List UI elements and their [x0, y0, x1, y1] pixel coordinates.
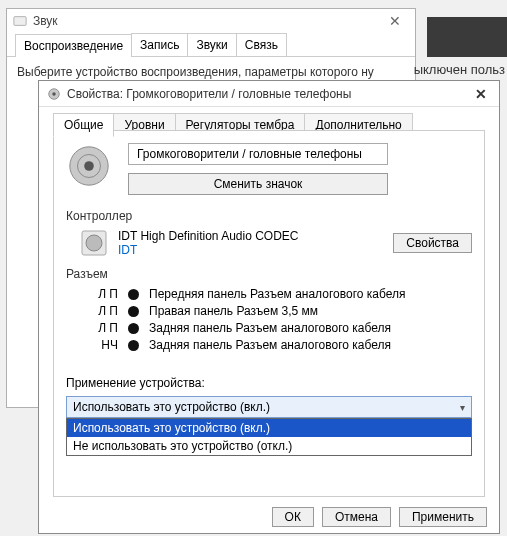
jack-channel: Л П	[90, 287, 118, 301]
sound-title: Звук	[33, 14, 381, 28]
controller-name: IDT High Definition Audio CODEC	[118, 229, 299, 243]
sound-close-button[interactable]: ✕	[381, 13, 409, 29]
controller-label: Контроллер	[66, 209, 472, 223]
jack-channel: НЧ	[90, 338, 118, 352]
jack-desc: Задняя панель Разъем аналогового кабеля	[149, 338, 391, 352]
usage-dropdown: Использовать это устройство (вкл.) Не ис…	[66, 418, 472, 456]
cancel-button[interactable]: Отмена	[322, 507, 391, 527]
jack-desc: Задняя панель Разъем аналогового кабеля	[149, 321, 391, 335]
properties-window: Свойства: Громкоговорители / головные те…	[38, 80, 500, 534]
controller-properties-button[interactable]: Свойства	[393, 233, 472, 253]
usage-group: Применение устройства: Использовать это …	[66, 376, 472, 418]
properties-close-button[interactable]: ✕	[471, 86, 491, 102]
speaker-icon	[47, 87, 61, 101]
properties-titlebar: Свойства: Громкоговорители / головные те…	[39, 81, 499, 107]
properties-title: Свойства: Громкоговорители / головные те…	[67, 87, 471, 101]
bg-dark-strip	[427, 17, 507, 57]
jack-channel: Л П	[90, 321, 118, 335]
device-name-input[interactable]: Громкоговорители / головные телефоны	[128, 143, 388, 165]
tab-sounds[interactable]: Звуки	[187, 33, 236, 56]
tab-general[interactable]: Общие	[53, 113, 114, 137]
svg-point-7	[86, 235, 102, 251]
bg-partial-text: ыключен польз	[414, 62, 505, 77]
usage-option-enable[interactable]: Использовать это устройство (вкл.)	[67, 419, 471, 437]
controller-link[interactable]: IDT	[118, 243, 299, 257]
sound-tabs: Воспроизведение Запись Звуки Связь	[7, 33, 415, 57]
sound-titlebar: Звук ✕	[7, 9, 415, 33]
ok-button[interactable]: ОК	[272, 507, 314, 527]
apply-button[interactable]: Применить	[399, 507, 487, 527]
jack-dot-icon	[128, 289, 139, 300]
jack-dot-icon	[128, 340, 139, 351]
change-icon-button[interactable]: Сменить значок	[128, 173, 388, 195]
jack-row: Л П Задняя панель Разъем аналогового каб…	[90, 321, 472, 335]
controller-row: IDT High Definition Audio CODEC IDT Свой…	[80, 229, 472, 257]
sound-icon	[13, 14, 27, 28]
jack-row: НЧ Задняя панель Разъем аналогового кабе…	[90, 338, 472, 352]
jack-dot-icon	[128, 323, 139, 334]
jack-desc: Правая панель Разъем 3,5 мм	[149, 304, 318, 318]
usage-combobox[interactable]: Использовать это устройство (вкл.) ▾	[66, 396, 472, 418]
svg-point-5	[84, 161, 94, 171]
usage-option-disable[interactable]: Не использовать это устройство (откл.)	[67, 437, 471, 455]
tab-playback[interactable]: Воспроизведение	[15, 34, 132, 57]
tab-recording[interactable]: Запись	[131, 33, 188, 56]
jack-desc: Передняя панель Разъем аналогового кабел…	[149, 287, 405, 301]
chevron-down-icon: ▾	[460, 402, 465, 413]
jacks-group: Разъем Л П Передняя панель Разъем аналог…	[66, 267, 472, 352]
usage-label: Применение устройства:	[66, 376, 472, 390]
jack-label: Разъем	[66, 267, 472, 281]
svg-rect-0	[14, 17, 26, 26]
svg-point-2	[52, 92, 56, 96]
tab-communications[interactable]: Связь	[236, 33, 287, 56]
jack-dot-icon	[128, 306, 139, 317]
general-tab-content: Громкоговорители / головные телефоны Сме…	[53, 130, 485, 497]
device-header: Громкоговорители / головные телефоны Сме…	[66, 143, 472, 195]
codec-icon	[80, 229, 108, 257]
usage-selected: Использовать это устройство (вкл.)	[73, 400, 270, 414]
device-speaker-icon	[66, 143, 112, 189]
jack-row: Л П Передняя панель Разъем аналогового к…	[90, 287, 472, 301]
jack-channel: Л П	[90, 304, 118, 318]
jack-row: Л П Правая панель Разъем 3,5 мм	[90, 304, 472, 318]
dialog-buttons: ОК Отмена Применить	[272, 507, 487, 527]
